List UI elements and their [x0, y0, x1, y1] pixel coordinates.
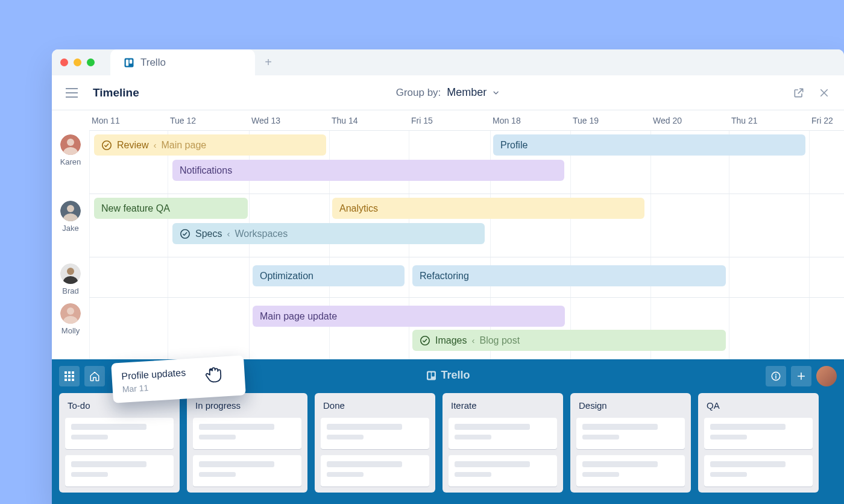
list-title: Done	[321, 399, 429, 412]
svg-point-7	[67, 205, 74, 212]
svg-rect-23	[72, 375, 74, 377]
day-header: Tue 19	[570, 116, 650, 125]
member-jake[interactable]: Jake	[52, 201, 89, 233]
member-name: Molly	[52, 326, 89, 335]
board-card[interactable]	[576, 455, 685, 487]
browser-tab[interactable]: Trello	[110, 49, 255, 75]
task-sub: Workspaces	[235, 228, 288, 239]
apps-grid-icon	[65, 371, 74, 381]
board-logo: Trello	[426, 369, 470, 382]
open-external-button[interactable]	[792, 86, 805, 99]
browser-tabbar: Trello +	[52, 49, 844, 75]
close-icon	[819, 87, 830, 98]
user-avatar[interactable]	[816, 366, 837, 386]
open-external-icon	[793, 87, 805, 99]
board-card[interactable]	[449, 418, 557, 449]
task-title: New feature QA	[101, 203, 170, 214]
task-title: Refactoring	[420, 271, 469, 282]
check-circle-icon	[180, 228, 191, 239]
trello-icon	[426, 370, 436, 381]
maximize-window-button[interactable]	[87, 58, 95, 66]
svg-rect-1	[126, 59, 129, 66]
board-list[interactable]: Iterate	[442, 393, 563, 493]
group-by-value: Member	[447, 86, 487, 99]
board-lists: To-doIn progressDoneIterateDesignQA	[52, 393, 844, 493]
day-header: Tue 12	[168, 116, 249, 125]
board-card[interactable]	[704, 455, 813, 487]
task-title: Main page update	[260, 311, 337, 322]
minimize-window-button[interactable]	[74, 58, 81, 66]
dragging-card[interactable]: Profile updates Mar 11	[111, 355, 246, 403]
list-title: Iterate	[449, 399, 557, 412]
member-name: Jake	[52, 224, 89, 233]
task-bar[interactable]: Optimization	[253, 265, 405, 286]
task-bar[interactable]: Images ‹ Blog post	[412, 330, 726, 351]
check-circle-icon	[420, 335, 430, 346]
group-by-control[interactable]: Group by: Member	[396, 86, 500, 99]
day-header: Mon 18	[490, 116, 570, 125]
member-name: Brad	[52, 286, 89, 295]
board-list[interactable]: In progress	[187, 393, 307, 493]
app-toolbar: Timeline Group by: Member	[52, 75, 844, 110]
task-title: Images	[435, 335, 467, 346]
chevron-left-icon: ‹	[227, 228, 230, 239]
board-card[interactable]	[193, 455, 301, 487]
task-bar[interactable]: Specs ‹ Workspaces	[172, 223, 485, 244]
board-card[interactable]	[321, 418, 429, 449]
board-card[interactable]	[65, 455, 174, 487]
task-bar[interactable]: Review ‹ Main page	[94, 134, 326, 156]
apps-button[interactable]	[59, 366, 80, 386]
hamburger-icon	[66, 88, 78, 98]
timeline-row: Review ‹ Main page Profile Notifications	[89, 130, 844, 194]
member-molly[interactable]: Molly	[52, 303, 89, 335]
task-bar[interactable]: Refactoring	[412, 265, 726, 286]
member-karen[interactable]: Karen	[52, 134, 89, 166]
list-title: In progress	[193, 399, 301, 412]
task-bar[interactable]: Notifications	[172, 160, 564, 181]
board-card[interactable]	[65, 418, 174, 449]
board-card[interactable]	[193, 418, 301, 449]
board-card[interactable]	[321, 455, 429, 487]
task-bar[interactable]: Main page update	[253, 306, 565, 327]
task-bar[interactable]: Profile	[493, 134, 805, 156]
day-header: Fri 22	[809, 116, 844, 125]
board-list[interactable]: Done	[315, 393, 435, 493]
new-tab-button[interactable]: +	[257, 52, 279, 74]
plus-icon	[796, 371, 806, 381]
close-window-button[interactable]	[60, 58, 68, 66]
svg-rect-18	[65, 371, 67, 374]
home-button[interactable]	[84, 366, 105, 386]
close-button[interactable]	[817, 86, 831, 99]
window-controls	[60, 58, 95, 66]
board-card[interactable]	[576, 418, 685, 449]
add-button[interactable]	[791, 366, 811, 386]
svg-rect-20	[72, 371, 74, 374]
check-circle-icon	[101, 140, 112, 151]
task-bar[interactable]: New feature QA	[94, 198, 248, 219]
browser-tab-label: Trello	[140, 57, 166, 69]
avatar	[60, 303, 81, 324]
member-brad[interactable]: Brad	[52, 263, 89, 295]
board-list[interactable]: QA	[698, 393, 819, 493]
day-header: Thu 21	[729, 116, 809, 125]
trello-icon	[124, 57, 134, 68]
menu-button[interactable]	[65, 86, 78, 99]
svg-rect-29	[432, 372, 435, 376]
day-header: Wed 20	[650, 116, 729, 125]
avatar	[60, 201, 81, 221]
svg-rect-28	[428, 372, 431, 379]
chevron-left-icon: ‹	[153, 140, 156, 150]
avatar	[60, 263, 81, 284]
svg-rect-19	[68, 371, 71, 374]
board-list[interactable]: Design	[570, 393, 691, 493]
member-name: Karen	[52, 157, 89, 166]
board-card[interactable]	[704, 418, 813, 449]
svg-rect-22	[68, 375, 71, 377]
grab-cursor-icon	[202, 362, 225, 385]
task-bar[interactable]: Analytics	[332, 198, 644, 219]
board-list[interactable]: To-do	[59, 393, 180, 493]
info-button[interactable]	[766, 366, 786, 386]
board-card[interactable]	[449, 455, 557, 487]
list-title: QA	[704, 399, 813, 412]
avatar	[60, 134, 81, 155]
